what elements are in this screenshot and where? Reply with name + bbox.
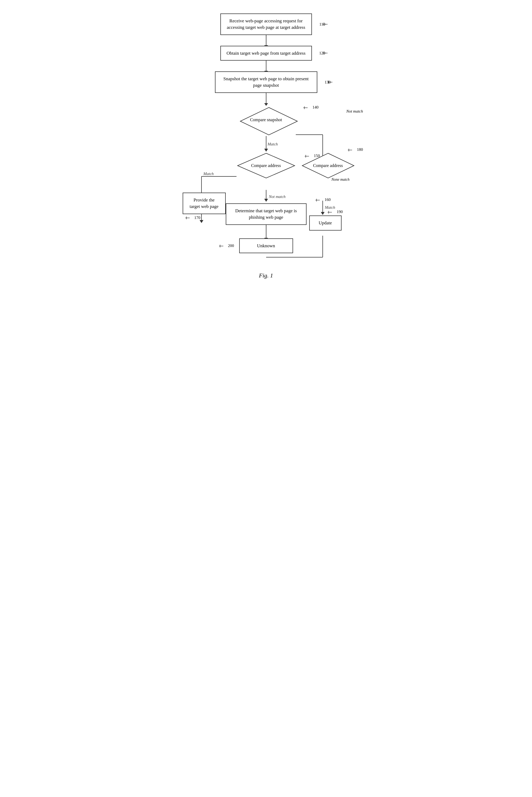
svg-marker-11	[264, 149, 268, 152]
branch-section: Match Match	[177, 136, 355, 261]
node-200: Unknown	[239, 239, 293, 253]
node-150-label: Compare address	[251, 163, 281, 168]
svg-marker-21	[264, 199, 268, 202]
label-not-match-140: Not match	[346, 109, 363, 114]
fig-caption: Fig. 1	[177, 272, 355, 279]
node-200-label: Unknown	[257, 243, 275, 248]
node-140-label: Compare snapshot	[250, 117, 282, 122]
svg-text:Match: Match	[267, 142, 278, 146]
node-110: Receive web-page accessing request for a…	[220, 14, 312, 35]
node-120: Obtain target web page from target addre…	[220, 46, 312, 61]
node-160-label: Determine that target web page is phishi…	[235, 208, 297, 220]
ref-tick-130	[327, 79, 336, 85]
svg-text:Not match: Not match	[269, 194, 286, 199]
ref-140: 140	[303, 105, 318, 110]
node-190-label: Update	[319, 220, 332, 225]
node-180-wrapper: Compare address 180	[301, 152, 355, 179]
node-130: Snapshot the target web page to obtain p…	[215, 71, 317, 93]
ref-tick-200	[219, 244, 227, 248]
node-140-wrapper: Compare snapshot 140 Not match	[177, 104, 355, 136]
arrow-120-130	[266, 61, 266, 71]
arrow-130-140	[266, 93, 266, 104]
node-200-wrapper: Unknown 200	[177, 239, 355, 253]
ref-tick-180	[348, 148, 356, 152]
diamond-150: Compare address	[236, 152, 296, 179]
ref-160: 160	[316, 197, 330, 202]
ref-tick-110	[323, 22, 331, 27]
ref-tick-120	[323, 50, 331, 56]
diagram-container: Receive web-page accessing request for a…	[172, 0, 360, 295]
node-160: Determine that target web page is phishi…	[226, 203, 306, 225]
ref-tick-190	[327, 210, 336, 214]
fig-label: Fig. 1	[259, 272, 273, 279]
ref-tick-160	[316, 198, 324, 202]
ref-190: 190	[327, 210, 343, 214]
node-130-label: Snapshot the target web page to obtain p…	[223, 76, 308, 88]
main-flow: Receive web-page accessing request for a…	[177, 11, 355, 261]
node-110-label: Receive web-page accessing request for a…	[227, 18, 305, 30]
arrow-160-200	[266, 225, 266, 239]
ref-180: 180	[348, 147, 363, 152]
node-120-label: Obtain target web page from target addre…	[227, 51, 305, 56]
arrow-110-120	[266, 35, 266, 46]
ref-200: 200	[219, 244, 234, 248]
node-180-label: Compare address	[313, 163, 343, 168]
node-190: Update	[309, 215, 342, 231]
ref-tick-140	[303, 106, 311, 110]
diamond-140: Compare snapshot	[239, 107, 293, 133]
node-190-wrapper: Update 190	[309, 215, 342, 231]
